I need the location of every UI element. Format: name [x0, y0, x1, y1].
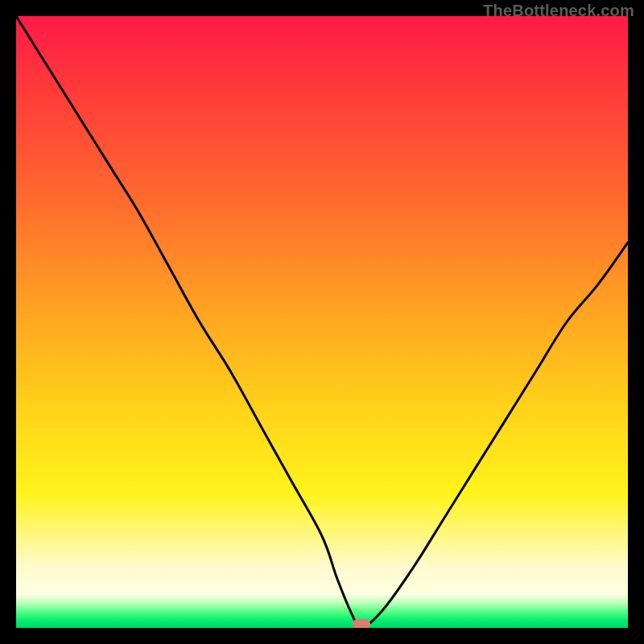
chart-frame: TheBottleneck.com — [0, 0, 644, 644]
bottleneck-curve — [16, 16, 628, 628]
plot-area — [16, 16, 628, 628]
watermark-text: TheBottleneck.com — [483, 2, 634, 20]
minimum-marker — [353, 619, 370, 628]
